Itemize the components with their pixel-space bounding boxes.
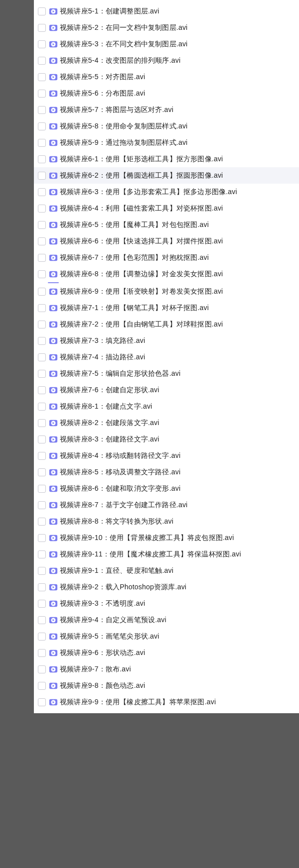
checkbox[interactable] — [38, 172, 46, 180]
checkbox[interactable] — [38, 468, 46, 476]
file-row[interactable]: 视频讲座9-3：不透明度.avi — [34, 595, 299, 612]
video-file-icon — [49, 468, 58, 477]
file-row[interactable]: 视频讲座8-6：创建和取消文字变形.avi — [34, 480, 299, 497]
file-row[interactable]: 视频讲座7-5：编辑自定形状拾色器.avi — [34, 365, 299, 382]
video-file-icon — [49, 253, 58, 262]
file-row[interactable]: 视频讲座5-4：改变图层的排列顺序.avi — [34, 52, 299, 69]
file-row[interactable]: 视频讲座7-6：创建自定形状.avi — [34, 382, 299, 398]
checkbox[interactable] — [38, 649, 46, 657]
file-row[interactable]: 视频讲座9-7：散布.avi — [34, 661, 299, 677]
checkbox[interactable] — [38, 7, 46, 15]
file-row[interactable]: 视频讲座8-8：将文字转换为形状.avi — [34, 513, 299, 530]
checkbox[interactable] — [38, 567, 46, 575]
checkbox[interactable] — [38, 90, 46, 98]
file-name: 视频讲座9-1：直径、硬度和笔触.avi — [60, 566, 173, 575]
checkbox[interactable] — [38, 583, 46, 591]
checkbox[interactable] — [38, 419, 46, 427]
file-row[interactable]: 视频讲座9-8：颜色动态.avi — [34, 677, 299, 694]
checkbox[interactable] — [38, 403, 46, 411]
file-row[interactable]: 视频讲座8-1：创建点文字.avi — [34, 398, 299, 415]
checkbox[interactable] — [38, 254, 46, 262]
file-row[interactable]: 视频讲座5-2：在同一文档中复制图层.avi — [34, 19, 299, 36]
file-row[interactable]: 视频讲座5-7：将图层与选区对齐.avi — [34, 102, 299, 118]
checkbox[interactable] — [38, 40, 46, 48]
checkbox[interactable] — [38, 270, 46, 278]
file-row[interactable]: 视频讲座6-4：利用【磁性套索工具】对瓷杯抠图.avi — [34, 200, 299, 217]
checkbox[interactable] — [38, 24, 46, 32]
checkbox[interactable] — [38, 386, 46, 394]
checkbox[interactable] — [38, 353, 46, 361]
checkbox[interactable] — [38, 139, 46, 147]
file-row[interactable]: 视频讲座6-5：使用【魔棒工具】对包包抠图.avi — [34, 217, 299, 233]
file-name: 视频讲座8-8：将文字转换为形状.avi — [60, 517, 173, 526]
file-row[interactable]: 视频讲座6-6：使用【快速选择工具】对摆件抠图.avi — [34, 233, 299, 249]
file-row[interactable]: 视频讲座9-10：使用【背景橡皮擦工具】将皮包抠图.avi — [34, 530, 299, 546]
file-name: 视频讲座5-2：在同一文档中复制图层.avi — [60, 23, 187, 32]
file-row[interactable]: 视频讲座8-2：创建段落文字.avi — [34, 415, 299, 431]
file-row[interactable]: 视频讲座6-8：使用【调整边缘】对金发美女抠图.avi — [34, 266, 299, 282]
file-row[interactable]: 视频讲座6-9：使用【渐变映射】对卷发美女抠图.avi — [34, 283, 299, 300]
checkbox[interactable] — [38, 321, 46, 328]
file-row[interactable]: 视频讲座8-5：移动及调整文字路径.avi — [34, 464, 299, 480]
file-name: 视频讲座8-5：移动及调整文字路径.avi — [60, 468, 180, 477]
checkbox[interactable] — [38, 237, 46, 245]
file-row[interactable]: 视频讲座7-3：填充路径.avi — [34, 332, 299, 349]
video-file-icon — [49, 106, 58, 114]
file-row[interactable]: 视频讲座6-7：使用【色彩范围】对抱枕抠图.avi — [34, 249, 299, 266]
checkbox[interactable] — [38, 485, 46, 493]
checkbox[interactable] — [38, 57, 46, 65]
checkbox[interactable] — [38, 337, 46, 345]
checkbox[interactable] — [38, 682, 46, 690]
checkbox[interactable] — [38, 122, 46, 130]
file-row[interactable]: 视频讲座9-1：直径、硬度和笔触.avi — [34, 562, 299, 579]
file-name: 视频讲座9-5：画笔笔尖形状.avi — [60, 632, 159, 641]
file-row[interactable]: 视频讲座7-2：使用【自由钢笔工具】对球鞋抠图.avi — [34, 316, 299, 332]
video-file-icon — [49, 599, 58, 608]
file-row[interactable]: 视频讲座6-1：使用【矩形选框工具】抠方形图像.avi — [34, 151, 299, 167]
checkbox[interactable] — [38, 205, 46, 213]
file-row[interactable]: 视频讲座9-5：画笔笔尖形状.avi — [34, 628, 299, 645]
checkbox[interactable] — [38, 633, 46, 641]
checkbox[interactable] — [38, 698, 46, 706]
file-row[interactable]: 视频讲座8-7：基于文字创建工作路径.avi — [34, 497, 299, 513]
checkbox[interactable] — [38, 665, 46, 673]
video-file-icon — [49, 534, 58, 542]
file-row[interactable]: 视频讲座8-4：移动或翻转路径文字.avi — [34, 447, 299, 464]
checkbox[interactable] — [38, 304, 46, 312]
checkbox[interactable] — [38, 73, 46, 81]
video-file-icon — [49, 122, 58, 131]
checkbox[interactable] — [38, 435, 46, 443]
file-row[interactable]: 视频讲座9-9：使用【橡皮擦工具】将苹果抠图.avi — [34, 694, 299, 710]
video-file-icon — [49, 698, 58, 707]
checkbox[interactable] — [38, 550, 46, 558]
checkbox[interactable] — [38, 288, 46, 296]
file-row[interactable]: 视频讲座7-4：描边路径.avi — [34, 349, 299, 365]
file-name: 视频讲座9-6：形状动态.avi — [60, 649, 145, 657]
checkbox[interactable] — [38, 155, 46, 163]
checkbox[interactable] — [38, 518, 46, 526]
file-row[interactable]: 视频讲座5-1：创建调整图层.avi — [34, 3, 299, 19]
file-row[interactable]: 视频讲座5-5：对齐图层.avi — [34, 69, 299, 85]
checkbox[interactable] — [38, 188, 46, 196]
checkbox[interactable] — [38, 600, 46, 608]
file-row[interactable]: 视频讲座5-3：在不同文档中复制图层.avi — [34, 36, 299, 52]
checkbox[interactable] — [38, 221, 46, 229]
checkbox[interactable] — [38, 616, 46, 624]
file-row[interactable]: 视频讲座9-4：自定义画笔预设.avi — [34, 612, 299, 628]
file-row[interactable]: 视频讲座6-3：使用【多边形套索工具】抠多边形图像.avi — [34, 184, 299, 200]
checkbox[interactable] — [38, 452, 46, 460]
file-row[interactable]: 视频讲座5-8：使用命令复制图层样式.avi — [34, 118, 299, 134]
file-row[interactable]: 视频讲座7-1：使用【钢笔工具】对杯子抠图.avi — [34, 300, 299, 316]
file-row[interactable]: 视频讲座5-9：通过拖动复制图层样式.avi — [34, 134, 299, 151]
file-row[interactable]: 视频讲座6-2：使用【椭圆选框工具】抠圆形图像.avi — [34, 167, 299, 184]
checkbox[interactable] — [38, 501, 46, 509]
checkbox[interactable] — [38, 106, 46, 114]
checkbox[interactable] — [38, 534, 46, 542]
file-row[interactable]: 视频讲座9-11：使用【魔术橡皮擦工具】将保温杯抠图.avi — [34, 546, 299, 562]
file-row[interactable]: 视频讲座8-3：创建路径文字.avi — [34, 431, 299, 447]
checkbox[interactable] — [38, 370, 46, 378]
file-name: 视频讲座9-9：使用【橡皮擦工具】将苹果抠图.avi — [60, 698, 216, 707]
file-row[interactable]: 视频讲座9-2：载入Photoshop资源库.avi — [34, 579, 299, 595]
file-row[interactable]: 视频讲座5-6：分布图层.avi — [34, 85, 299, 102]
file-row[interactable]: 视频讲座9-6：形状动态.avi — [34, 645, 299, 661]
